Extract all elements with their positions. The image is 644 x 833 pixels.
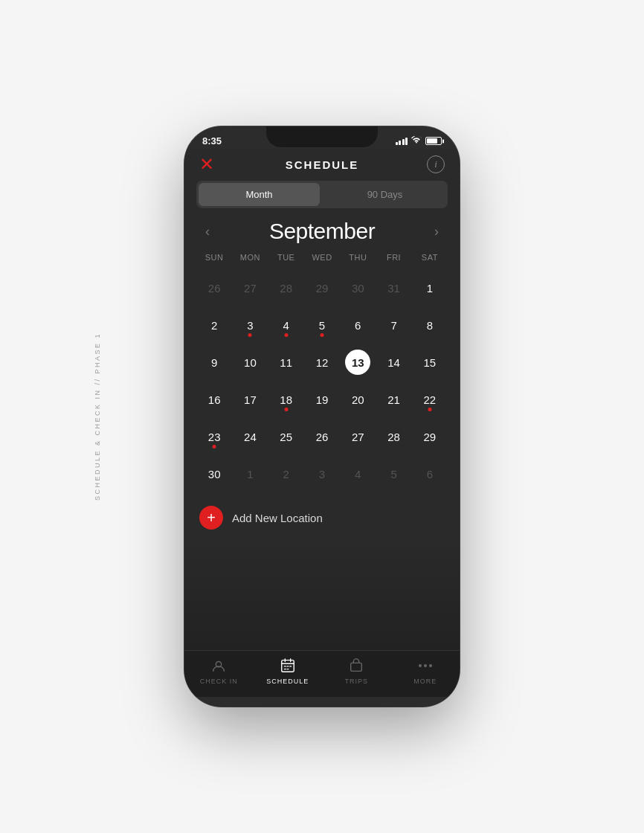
next-month-button[interactable]: › (428, 221, 445, 242)
tab-checkin-label: CHECK IN (200, 678, 238, 685)
view-toggle: Month 90 Days (196, 181, 448, 208)
calendar-day[interactable]: 26 (196, 269, 232, 306)
day-number: 26 (202, 275, 227, 300)
calendar-day[interactable]: 8 (412, 306, 448, 344)
day-number: 25 (274, 424, 299, 449)
day-number: 27 (345, 424, 370, 449)
day-number: 10 (237, 350, 263, 375)
calendar-day[interactable]: 7 (376, 306, 411, 344)
calendar-day[interactable]: 1 (412, 269, 448, 306)
status-icons (396, 136, 442, 146)
app-header: ✕ SCHEDULE i (184, 149, 460, 181)
day-number: 30 (202, 461, 227, 486)
signal-icon (396, 138, 408, 145)
days-toggle-button[interactable]: 90 Days (324, 183, 445, 206)
calendar-day[interactable]: 14 (376, 344, 411, 381)
calendar-day[interactable]: 20 (340, 381, 376, 418)
prev-month-button[interactable]: ‹ (199, 221, 216, 242)
calendar-day[interactable]: 27 (232, 269, 268, 306)
tab-trips[interactable]: TRIPS (322, 657, 391, 685)
day-header-mon: MON (232, 250, 268, 265)
back-button[interactable]: ✕ (199, 155, 214, 173)
calendar-day[interactable]: 23 (196, 418, 232, 455)
calendar-day[interactable]: 9 (196, 344, 232, 381)
calendar-day[interactable]: 2 (268, 455, 304, 492)
calendar-day[interactable]: 28 (268, 269, 304, 306)
calendar-day[interactable]: 22 (412, 381, 448, 418)
calendar-day[interactable]: 27 (340, 418, 376, 455)
day-number: 15 (417, 350, 442, 375)
calendar-day[interactable]: 5 (304, 306, 340, 344)
calendar-day[interactable]: 4 (340, 455, 376, 492)
day-header-fri: FRI (376, 250, 411, 265)
more-icon (416, 657, 434, 675)
calendar-day[interactable]: 1 (232, 455, 268, 492)
calendar-day[interactable]: 3 (232, 306, 268, 344)
tab-schedule[interactable]: SCHEDULE (254, 657, 323, 685)
calendar-day[interactable]: 6 (340, 306, 376, 344)
day-number: 19 (309, 387, 335, 412)
day-number: 28 (274, 275, 299, 300)
day-headers: SUN MON TUE WED THU FRI SAT (196, 250, 448, 265)
page-title: SCHEDULE (286, 158, 359, 171)
day-number: 29 (309, 275, 335, 300)
calendar-day[interactable]: 21 (376, 381, 411, 418)
calendar-day[interactable]: 18 (268, 381, 304, 418)
day-number: 16 (202, 387, 227, 412)
bottom-gradient (184, 540, 460, 650)
calendar-day[interactable]: 31 (376, 269, 411, 306)
calendar-day[interactable]: 15 (412, 344, 448, 381)
day-number: 1 (237, 461, 263, 486)
app-content: ✕ SCHEDULE i Month 90 Days ‹ September ›… (184, 149, 460, 697)
day-number: 17 (237, 387, 263, 412)
calendar-day[interactable]: 12 (304, 344, 340, 381)
day-number: 5 (309, 312, 335, 338)
day-number: 14 (381, 350, 407, 375)
tab-trips-label: TRIPS (344, 678, 368, 685)
day-number: 13 (345, 350, 370, 375)
calendar-grid: 2627282930311234567891011121314151617181… (196, 269, 448, 492)
calendar-day[interactable]: 29 (412, 418, 448, 455)
day-number: 6 (417, 461, 442, 486)
svg-rect-2 (351, 663, 362, 671)
month-navigation: ‹ September › (184, 213, 460, 247)
calendar-day[interactable]: 5 (376, 455, 411, 492)
tab-checkin[interactable]: CHECK IN (184, 657, 254, 685)
month-toggle-button[interactable]: Month (199, 183, 320, 206)
calendar-day[interactable]: 2 (196, 306, 232, 344)
notch (266, 126, 378, 147)
day-header-thu: THU (340, 250, 376, 265)
day-number: 8 (417, 312, 442, 338)
calendar-day[interactable]: 19 (304, 381, 340, 418)
tab-more-label: MORE (413, 678, 437, 685)
day-number: 29 (417, 424, 442, 449)
calendar-day[interactable]: 26 (304, 418, 340, 455)
day-number: 3 (309, 461, 335, 486)
calendar-day[interactable]: 10 (232, 344, 268, 381)
calendar-day[interactable]: 4 (268, 306, 304, 344)
calendar-day[interactable]: 13 (340, 344, 376, 381)
day-header-wed: WED (304, 250, 340, 265)
wifi-icon (411, 136, 422, 146)
calendar-day[interactable]: 29 (304, 269, 340, 306)
calendar-day[interactable]: 30 (340, 269, 376, 306)
calendar-day[interactable]: 17 (232, 381, 268, 418)
calendar-day[interactable]: 3 (304, 455, 340, 492)
calendar-day[interactable]: 24 (232, 418, 268, 455)
day-number: 31 (381, 275, 407, 300)
tab-more[interactable]: MORE (391, 657, 460, 685)
tab-bar: CHECK IN SCHEDULE (184, 650, 460, 697)
calendar-day[interactable]: 28 (376, 418, 411, 455)
calendar-day[interactable]: 6 (412, 455, 448, 492)
calendar: SUN MON TUE WED THU FRI SAT 262728293031… (184, 247, 460, 495)
calendar-day[interactable]: 30 (196, 455, 232, 492)
calendar-day[interactable]: 25 (268, 418, 304, 455)
day-number: 18 (274, 387, 299, 412)
day-header-tue: TUE (268, 250, 304, 265)
info-button[interactable]: i (427, 155, 445, 173)
add-location-button[interactable]: + Add New Location (184, 495, 460, 540)
calendar-day[interactable]: 11 (268, 344, 304, 381)
calendar-day[interactable]: 16 (196, 381, 232, 418)
schedule-icon (279, 657, 297, 675)
tab-schedule-label: SCHEDULE (266, 678, 309, 685)
